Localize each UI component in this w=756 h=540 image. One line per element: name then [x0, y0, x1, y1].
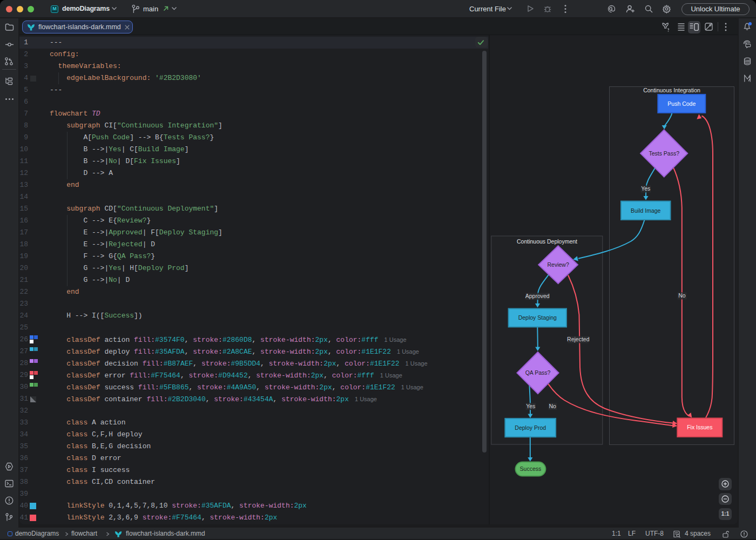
svg-text:Yes: Yes	[526, 403, 535, 409]
svg-text:Build Image: Build Image	[631, 207, 661, 214]
svg-text:Yes: Yes	[641, 185, 650, 192]
svg-text:No: No	[678, 292, 686, 299]
svg-text:Review?: Review?	[547, 261, 569, 268]
svg-text:Continuous Deployment: Continuous Deployment	[517, 238, 577, 245]
svg-text:No: No	[549, 403, 556, 409]
svg-text:Success: Success	[520, 465, 542, 472]
svg-text:QA Pass?: QA Pass?	[525, 369, 551, 376]
svg-text:Rejected: Rejected	[567, 336, 590, 342]
svg-text:Deploy Prod: Deploy Prod	[515, 424, 546, 431]
svg-text:Approved: Approved	[525, 293, 550, 299]
svg-text:Push Code: Push Code	[667, 100, 696, 107]
svg-text:Deploy Staging: Deploy Staging	[518, 314, 557, 321]
svg-text:Continuous Integration: Continuous Integration	[643, 87, 700, 93]
svg-text:Tests Pass?: Tests Pass?	[649, 150, 679, 157]
svg-text:Fix Issues: Fix Issues	[687, 424, 712, 430]
